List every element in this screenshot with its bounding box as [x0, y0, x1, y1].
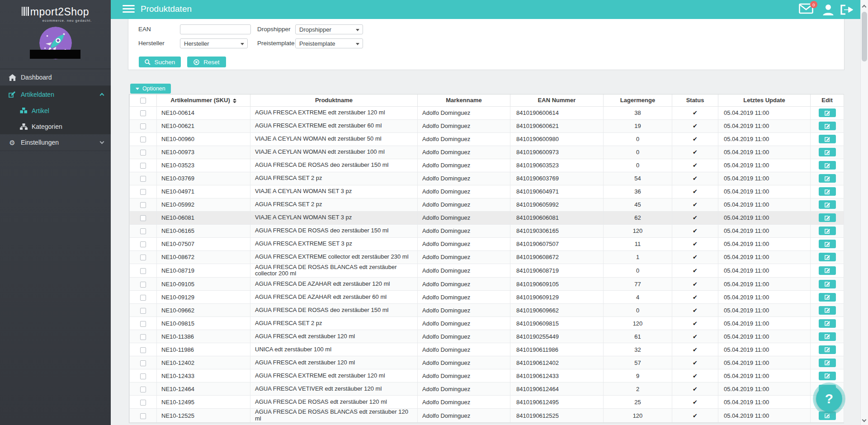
col-header-edit[interactable]: Edit — [811, 94, 844, 106]
row-checkbox[interactable] — [140, 321, 146, 327]
edit-button[interactable] — [819, 359, 836, 367]
row-checkbox[interactable] — [140, 373, 146, 379]
edit-button[interactable] — [819, 306, 836, 315]
edit-pencil-icon — [824, 413, 830, 418]
sidebar-item-dashboard[interactable]: Dashboard — [0, 69, 111, 86]
row-checkbox[interactable] — [140, 215, 146, 221]
row-checkbox[interactable] — [140, 413, 146, 419]
dropshipper-label: Dropshipper — [257, 26, 291, 33]
edit-button[interactable] — [819, 253, 836, 261]
edit-button[interactable] — [819, 109, 836, 117]
edit-button[interactable] — [819, 135, 836, 143]
cell-produktname: AGUA FRESCA DE AZAHAR edt zerstäuber 120… — [250, 278, 418, 291]
row-checkbox[interactable] — [140, 360, 146, 366]
cell-sku: NE10-11986 — [157, 343, 250, 356]
cell-ean: 8410190608672 — [510, 250, 604, 264]
scrollbar-thumb[interactable] — [862, 12, 867, 61]
edit-button[interactable] — [819, 293, 836, 302]
select-all-checkbox[interactable] — [140, 98, 146, 104]
col-header-status[interactable]: Status — [672, 94, 718, 106]
row-checkbox[interactable] — [140, 110, 146, 116]
row-checkbox[interactable] — [140, 176, 146, 182]
options-button[interactable]: Optionen — [130, 84, 171, 94]
reset-button[interactable]: Reset — [187, 57, 226, 67]
sidebar-item-artikeldaten[interactable]: Artikeldaten — [0, 86, 111, 103]
row-checkbox[interactable] — [140, 347, 146, 353]
edit-button[interactable] — [819, 213, 836, 222]
cell-lagermenge: 19 — [604, 119, 672, 132]
hersteller-select[interactable]: Hersteller — [180, 38, 248, 48]
scroll-up-arrow-icon[interactable] — [862, 5, 867, 9]
cell-letztes-update: 05.04.2019 11:00 — [718, 172, 811, 185]
row-checkbox[interactable] — [140, 295, 146, 301]
edit-button[interactable] — [819, 266, 836, 275]
logo-tagline: ecommerce. neu gedacht. — [24, 19, 111, 23]
search-button[interactable]: Suchen — [139, 57, 181, 67]
row-checkbox[interactable] — [140, 400, 146, 406]
mail-button[interactable]: 0 — [799, 3, 813, 16]
edit-button[interactable] — [819, 187, 836, 196]
row-checkbox[interactable] — [140, 228, 146, 234]
col-header-produktname[interactable]: Produktname — [250, 94, 418, 106]
col-header-lagermenge[interactable]: Lagermenge — [604, 94, 672, 106]
row-checkbox[interactable] — [140, 123, 146, 129]
col-header-sku[interactable]: Artikelnummer (SKU) — [157, 94, 250, 106]
sidebar-item-artikel[interactable]: Artikel — [0, 103, 111, 118]
cell-markenname: Adolfo Dominguez — [418, 382, 510, 396]
status-check-icon: ✔ — [693, 188, 698, 195]
barcode-logo-icon — [22, 7, 29, 16]
help-button[interactable]: ? — [816, 386, 842, 412]
edit-button[interactable] — [819, 319, 836, 328]
edit-button[interactable] — [819, 174, 836, 183]
row-checkbox[interactable] — [140, 189, 146, 195]
col-header-letztes-update[interactable]: Letztes Update — [718, 94, 811, 106]
search-button-label: Suchen — [155, 59, 175, 66]
edit-button[interactable] — [819, 200, 836, 209]
row-checkbox[interactable] — [140, 241, 146, 247]
scroll-down-arrow-icon[interactable] — [862, 418, 867, 422]
col-header-markenname[interactable]: Markenname — [418, 94, 510, 106]
row-checkbox[interactable] — [140, 387, 146, 392]
table-row: NE10-12525 AGUA FRESCA DE ROSAS BLANCAS … — [130, 409, 844, 423]
row-checkbox[interactable] — [140, 268, 146, 274]
row-checkbox[interactable] — [140, 137, 146, 142]
hamburger-menu-icon[interactable] — [123, 5, 135, 14]
cell-letztes-update: 05.04.2019 11:00 — [718, 369, 811, 382]
edit-pencil-icon — [824, 110, 830, 116]
row-checkbox[interactable] — [140, 334, 146, 340]
cell-letztes-update: 05.04.2019 11:00 — [718, 250, 811, 264]
preistemplate-select[interactable]: Preistemplate — [295, 38, 363, 48]
sidebar-item-einstellungen[interactable]: ⚙ Einstellungen — [0, 134, 111, 151]
row-checkbox[interactable] — [140, 282, 146, 288]
table-row: NE10-00614 AGUA FRESCA EXTREME edt zerst… — [130, 106, 844, 119]
edit-button[interactable] — [819, 345, 836, 354]
caret-down-icon — [136, 88, 139, 90]
edit-button[interactable] — [819, 332, 836, 341]
ean-input[interactable] — [180, 24, 251, 34]
col-header-ean[interactable]: EAN Nummer — [510, 94, 604, 106]
row-checkbox[interactable] — [140, 150, 146, 156]
edit-button[interactable] — [819, 240, 836, 248]
table-row: NE10-05992 AGUA FRESCA SET 2 pz Adolfo D… — [130, 198, 844, 211]
dropshipper-select[interactable]: Dropshipper — [295, 24, 363, 34]
row-checkbox[interactable] — [140, 255, 146, 260]
logout-button[interactable] — [840, 4, 853, 17]
sidebar-item-kategorien[interactable]: Kategorien — [0, 118, 111, 134]
edit-button[interactable] — [819, 411, 836, 420]
row-checkbox[interactable] — [140, 163, 146, 169]
status-check-icon: ✔ — [693, 109, 698, 116]
edit-button[interactable] — [819, 161, 836, 170]
cell-markenname: Adolfo Dominguez — [418, 356, 510, 369]
page-scrollbar[interactable] — [860, 0, 868, 425]
edit-button[interactable] — [819, 148, 836, 156]
edit-button[interactable] — [819, 280, 836, 288]
cell-markenname: Adolfo Dominguez — [418, 396, 510, 409]
edit-button[interactable] — [819, 122, 836, 130]
row-checkbox[interactable] — [140, 308, 146, 314]
edit-button[interactable] — [819, 227, 836, 235]
row-checkbox[interactable] — [140, 202, 146, 208]
cell-ean: 8410190607507 — [510, 237, 604, 250]
edit-button[interactable] — [819, 372, 836, 380]
cell-ean: 8410190255449 — [510, 330, 604, 343]
user-button[interactable] — [822, 4, 834, 17]
